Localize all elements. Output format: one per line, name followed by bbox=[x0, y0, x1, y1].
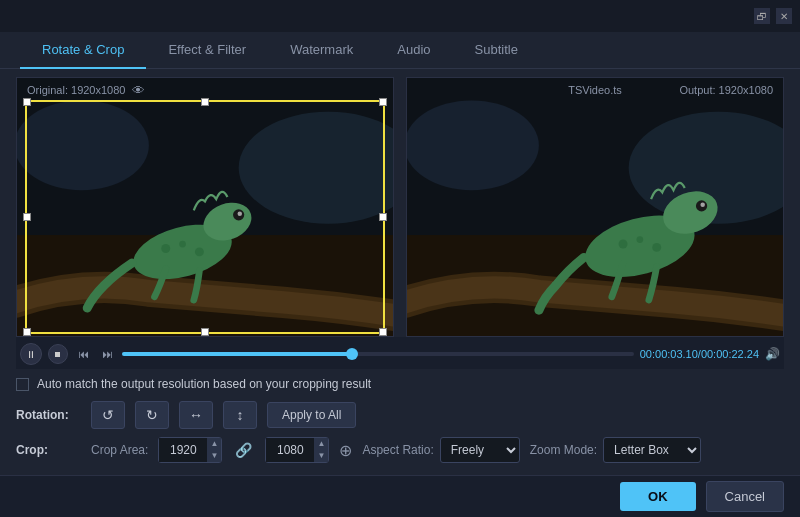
video-panels: Original: 1920x1080 👁 bbox=[16, 77, 784, 337]
crop-width-spinners: ▲ ▼ bbox=[207, 438, 221, 462]
rotation-row: Rotation: ↺ ↻ ↔ ↕ Apply to All bbox=[16, 401, 784, 429]
crop-width-down[interactable]: ▼ bbox=[207, 450, 221, 462]
svg-point-7 bbox=[238, 211, 242, 215]
crop-label: Crop: bbox=[16, 443, 81, 457]
link-dimensions-icon[interactable]: 🔗 bbox=[235, 442, 252, 458]
left-scene-svg bbox=[17, 78, 393, 336]
right-scene-svg bbox=[407, 78, 783, 336]
cancel-button[interactable]: Cancel bbox=[706, 481, 784, 512]
svg-point-12 bbox=[407, 100, 539, 190]
crop-width-group: ▲ ▼ bbox=[158, 437, 222, 463]
svg-point-18 bbox=[700, 203, 704, 207]
output-label: Output: 1920x1080 bbox=[679, 84, 773, 96]
crop-row: Crop: Crop Area: ▲ ▼ 🔗 ▲ ▼ ⊕ bbox=[16, 437, 784, 463]
next-frame-button[interactable]: ⏭ bbox=[98, 345, 116, 363]
svg-point-10 bbox=[195, 247, 204, 256]
panel-filename: TSVideo.ts bbox=[568, 84, 622, 96]
restore-button[interactable]: 🗗 bbox=[754, 8, 770, 24]
flip-vertical-button[interactable]: ↕ bbox=[223, 401, 257, 429]
pause-button[interactable]: ⏸ bbox=[20, 343, 42, 365]
tab-subtitle[interactable]: Subtitle bbox=[453, 32, 540, 69]
title-bar: 🗗 ✕ bbox=[0, 0, 800, 32]
crop-width-input[interactable] bbox=[159, 438, 207, 462]
aspect-ratio-label: Aspect Ratio: bbox=[362, 443, 433, 457]
progress-thumb[interactable] bbox=[346, 348, 358, 360]
auto-match-row: Auto match the output resolution based o… bbox=[16, 377, 784, 391]
svg-point-20 bbox=[637, 236, 644, 243]
crop-height-group: ▲ ▼ bbox=[265, 437, 329, 463]
original-label: Original: 1920x1080 bbox=[27, 84, 125, 96]
progress-track[interactable] bbox=[122, 352, 634, 356]
footer: OK Cancel bbox=[0, 475, 800, 517]
flip-horizontal-button[interactable]: ↔ bbox=[179, 401, 213, 429]
zoom-mode-group: Zoom Mode: Letter Box Pan & Scan Full bbox=[530, 437, 701, 463]
aspect-ratio-select[interactable]: Freely 16:9 4:3 1:1 9:16 bbox=[440, 437, 520, 463]
tab-watermark[interactable]: Watermark bbox=[268, 32, 375, 69]
expand-icon[interactable]: ⊕ bbox=[339, 441, 352, 460]
eye-icon[interactable]: 👁 bbox=[132, 83, 145, 98]
crop-height-spinners: ▲ ▼ bbox=[314, 438, 328, 462]
svg-point-19 bbox=[619, 240, 628, 249]
tab-effect-filter[interactable]: Effect & Filter bbox=[146, 32, 268, 69]
svg-point-1 bbox=[17, 100, 149, 190]
crop-width-up[interactable]: ▲ bbox=[207, 438, 221, 450]
crop-height-down[interactable]: ▼ bbox=[314, 450, 328, 462]
rotate-right-button[interactable]: ↻ bbox=[135, 401, 169, 429]
left-video-panel: Original: 1920x1080 👁 bbox=[16, 77, 394, 337]
ok-button[interactable]: OK bbox=[620, 482, 696, 511]
volume-icon[interactable]: 🔊 bbox=[765, 347, 780, 361]
svg-point-8 bbox=[161, 244, 170, 253]
main-content: Original: 1920x1080 👁 bbox=[0, 69, 800, 511]
tab-audio[interactable]: Audio bbox=[375, 32, 452, 69]
aspect-ratio-group: Aspect Ratio: Freely 16:9 4:3 1:1 9:16 bbox=[362, 437, 519, 463]
close-button[interactable]: ✕ bbox=[776, 8, 792, 24]
svg-point-21 bbox=[652, 243, 661, 252]
crop-area-label: Crop Area: bbox=[91, 443, 148, 457]
progress-fill bbox=[122, 352, 352, 356]
rotation-label: Rotation: bbox=[16, 408, 81, 422]
crop-height-up[interactable]: ▲ bbox=[314, 438, 328, 450]
playback-bar: ⏸ ⏹ ⏮ ⏭ 00:00:03.10/00:00:22.24 🔊 bbox=[16, 337, 784, 369]
prev-frame-button[interactable]: ⏮ bbox=[74, 345, 92, 363]
right-video-panel: TSVideo.ts Output: 1920x1080 bbox=[406, 77, 784, 337]
zoom-mode-select[interactable]: Letter Box Pan & Scan Full bbox=[603, 437, 701, 463]
tab-bar: Rotate & Crop Effect & Filter Watermark … bbox=[0, 32, 800, 69]
tab-rotate-crop[interactable]: Rotate & Crop bbox=[20, 32, 146, 69]
left-video-canvas bbox=[17, 78, 393, 336]
stop-button[interactable]: ⏹ bbox=[48, 344, 68, 364]
zoom-mode-label: Zoom Mode: bbox=[530, 443, 597, 457]
apply-to-all-button[interactable]: Apply to All bbox=[267, 402, 356, 428]
rotate-left-button[interactable]: ↺ bbox=[91, 401, 125, 429]
right-video-canvas bbox=[407, 78, 783, 336]
time-display: 00:00:03.10/00:00:22.24 bbox=[640, 348, 759, 360]
svg-point-9 bbox=[179, 241, 186, 248]
crop-height-input[interactable] bbox=[266, 438, 314, 462]
auto-match-label: Auto match the output resolution based o… bbox=[37, 377, 371, 391]
auto-match-checkbox[interactable] bbox=[16, 378, 29, 391]
